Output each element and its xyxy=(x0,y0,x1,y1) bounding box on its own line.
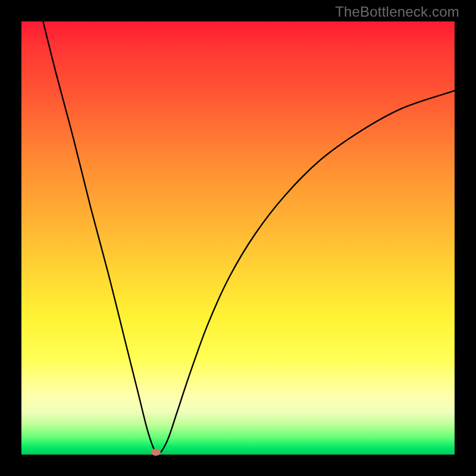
attribution-text: TheBottleneck.com xyxy=(335,4,459,20)
chart-frame: TheBottleneck.com xyxy=(0,0,476,476)
plot-area xyxy=(21,21,455,455)
bottleneck-curve xyxy=(21,21,455,455)
optimum-marker xyxy=(151,449,161,456)
